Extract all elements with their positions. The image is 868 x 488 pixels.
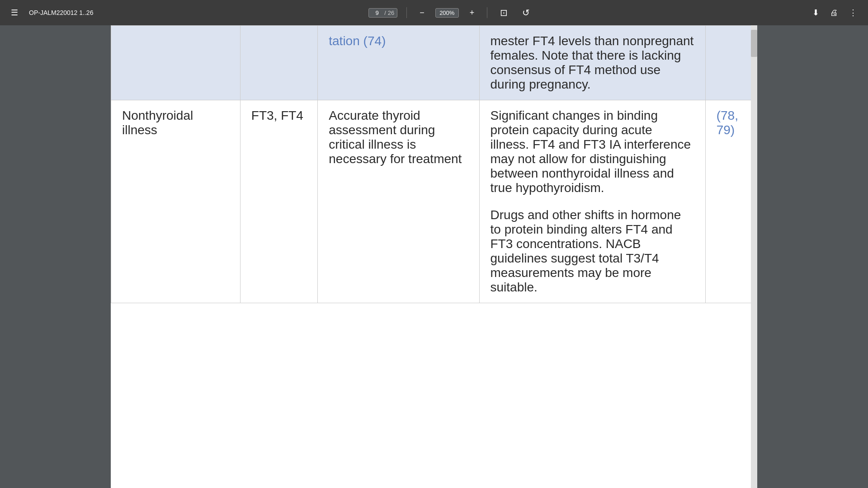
separator-2 <box>487 7 487 18</box>
cell-analyte-top <box>240 26 317 100</box>
refs-1-text: (78, 79) <box>717 108 738 137</box>
ref-link-78-79[interactable]: (78, 79) <box>717 108 738 137</box>
zoom-level-display: 200% <box>435 8 459 18</box>
cell-notes-top: mester FT4 levels than nonpregnant femal… <box>479 26 705 100</box>
rotate-button[interactable]: ↺ <box>519 5 533 20</box>
rotate-icon: ↺ <box>522 7 530 18</box>
page-total: 26 <box>388 9 394 16</box>
rationale-1-text: Accurate thyroid assessment during criti… <box>329 108 462 166</box>
download-icon: ⬇ <box>812 8 819 18</box>
page-input-container[interactable]: / 26 <box>368 8 397 18</box>
cell-rationale-top: tation (74) <box>318 26 479 100</box>
table-container: tation (74) mester FT4 levels than nonpr… <box>111 25 757 488</box>
cell-condition-top <box>111 26 241 100</box>
cell-notes-1: Significant changes in binding protein c… <box>479 100 705 303</box>
cell-condition-1: Nonthyroidal illness <box>111 100 241 303</box>
notes-1-part1: Significant changes in binding protein c… <box>491 108 694 195</box>
menu-button[interactable]: ☰ <box>7 6 22 19</box>
zoom-out-button[interactable]: − <box>416 6 428 19</box>
page-navigation: / 26 <box>368 8 397 18</box>
document-title: OP-JALM220012 1..26 <box>29 9 93 16</box>
cell-refs-1: (78, 79) <box>705 100 757 303</box>
content-area: tation (74) mester FT4 levels than nonpr… <box>0 25 868 488</box>
menu-icon: ☰ <box>11 8 18 18</box>
condition-1-text: Nonthyroidal illness <box>122 108 193 137</box>
download-button[interactable]: ⬇ <box>809 6 823 19</box>
zoom-in-button[interactable]: + <box>466 6 478 19</box>
cell-rationale-1: Accurate thyroid assessment during criti… <box>318 100 479 303</box>
analyte-1-text: FT3, FT4 <box>251 108 303 122</box>
toolbar: ☰ OP-JALM220012 1..26 / 26 − 200% + ⊡ ↺ … <box>0 0 868 25</box>
scrollbar-track-right <box>751 25 757 488</box>
notes-1-part2: Drugs and other shifts in hormone to pro… <box>491 208 694 295</box>
toolbar-right-actions: ⬇ 🖨 ⋮ <box>809 6 861 19</box>
print-button[interactable]: 🖨 <box>826 6 842 19</box>
table-row-top-partial: tation (74) mester FT4 levels than nonpr… <box>111 26 757 100</box>
fit-page-icon: ⊡ <box>500 7 508 18</box>
page-number-input[interactable] <box>372 9 382 16</box>
cell-refs-top <box>705 26 757 100</box>
zoom-out-icon: − <box>420 8 425 18</box>
more-options-button[interactable]: ⋮ <box>845 6 861 19</box>
cell-analyte-1: FT3, FT4 <box>240 100 317 303</box>
fit-page-button[interactable]: ⊡ <box>496 5 511 20</box>
rationale-top-text: tation (74) <box>329 34 386 48</box>
page-separator: / <box>384 9 386 16</box>
print-icon: 🖨 <box>830 8 838 18</box>
more-options-icon: ⋮ <box>849 8 857 18</box>
table-row-nonthyroidal: Nonthyroidal illness FT3, FT4 Accurate t… <box>111 100 757 303</box>
main-table: tation (74) mester FT4 levels than nonpr… <box>111 25 757 303</box>
scrollbar-thumb-right[interactable] <box>751 30 757 57</box>
separator-1 <box>406 7 407 18</box>
notes-top-text: mester FT4 levels than nonpregnant femal… <box>491 34 694 91</box>
pdf-page: tation (74) mester FT4 levels than nonpr… <box>111 25 757 488</box>
zoom-in-icon: + <box>470 8 475 18</box>
